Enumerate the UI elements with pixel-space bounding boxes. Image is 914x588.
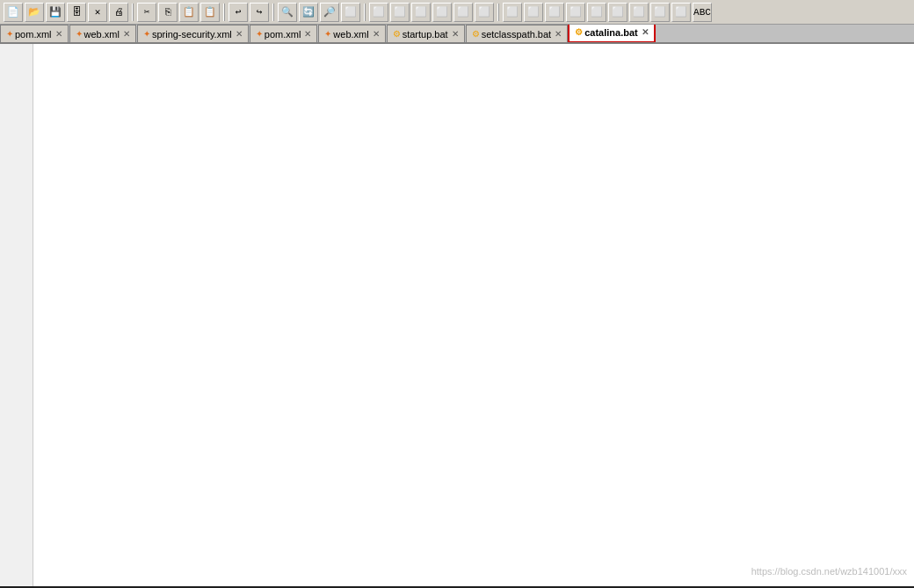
code-area[interactable]: https://blog.csdn.net/wzb141001/xxx [33, 44, 914, 586]
tab-catalina-bat[interactable]: ⚙ catalina.bat ✕ [569, 25, 655, 42]
tab-pom-xml-2[interactable]: ✦ pom.xml ✕ [250, 25, 318, 42]
btn14[interactable]: ⬜ [566, 3, 585, 22]
tab-close-icon[interactable]: ✕ [304, 29, 311, 39]
watermark: https://blog.csdn.net/wzb141001/xxx [751, 563, 907, 579]
sep2 [223, 4, 225, 21]
cut-btn[interactable]: ✂ [137, 3, 156, 22]
btn12[interactable]: ⬜ [524, 3, 543, 22]
find2-btn[interactable]: 🔎 [320, 3, 339, 22]
sep5 [497, 4, 499, 21]
save-btn[interactable]: 💾 [46, 3, 65, 22]
tab-close-icon[interactable]: ✕ [123, 29, 130, 39]
find3-btn[interactable]: ⬜ [341, 3, 360, 22]
btn7[interactable]: ⬜ [411, 3, 431, 22]
new-file-btn[interactable]: 📄 [4, 3, 23, 22]
editor: https://blog.csdn.net/wzb141001/xxx [0, 44, 914, 586]
replace-btn[interactable]: 🔄 [299, 3, 318, 22]
tab-label: pom.xml [15, 29, 52, 40]
tab-label: setclasspath.bat [482, 29, 552, 40]
line-numbers [0, 44, 33, 586]
tab-web-xml-1[interactable]: ✦ web.xml ✕ [69, 25, 136, 42]
tab-close-icon[interactable]: ✕ [236, 29, 243, 39]
find-btn[interactable]: 🔍 [278, 3, 297, 22]
tab-close-icon[interactable]: ✕ [555, 29, 562, 39]
toolbar: 📄 📂 💾 🗄 ✕ 🖨 ✂ ⎘ 📋 📋 ↩ ↪ 🔍 🔄 🔎 ⬜ ⬜ ⬜ ⬜ ⬜ … [0, 0, 914, 25]
tab-label: pom.xml [265, 29, 301, 40]
btn16[interactable]: ⬜ [608, 3, 627, 22]
btn15[interactable]: ⬜ [587, 3, 606, 22]
btn18[interactable]: ⬜ [650, 3, 670, 22]
undo-btn[interactable]: ↩ [228, 3, 248, 22]
btn9[interactable]: ⬜ [453, 3, 473, 22]
tab-close-icon[interactable]: ✕ [642, 27, 649, 37]
tab-bar: ✦ pom.xml ✕ ✦ web.xml ✕ ✦ spring-securit… [0, 25, 914, 44]
tab-close-icon[interactable]: ✕ [55, 29, 62, 39]
btn6[interactable]: ⬜ [390, 3, 410, 22]
paste-btn[interactable]: 📋 [179, 3, 199, 22]
paste2-btn[interactable]: 📋 [200, 3, 220, 22]
tab-close-icon[interactable]: ✕ [452, 29, 459, 39]
close-btn[interactable]: ✕ [88, 3, 107, 22]
tab-label: spring-security.xml [152, 29, 232, 40]
tab-web-xml-2[interactable]: ✦ web.xml ✕ [318, 25, 385, 42]
btn5[interactable]: ⬜ [369, 3, 388, 22]
sep3 [272, 4, 274, 21]
save-all-btn[interactable]: 🗄 [67, 3, 86, 22]
open-btn[interactable]: 📂 [25, 3, 44, 22]
btn10[interactable]: ⬜ [475, 3, 494, 22]
redo-btn[interactable]: ↪ [250, 3, 269, 22]
copy-btn[interactable]: ⎘ [158, 3, 178, 22]
btn13[interactable]: ⬜ [545, 3, 564, 22]
btn17[interactable]: ⬜ [629, 3, 649, 22]
tab-label: startup.bat [403, 29, 448, 40]
tab-spring-security[interactable]: ✦ spring-security.xml ✕ [137, 25, 249, 42]
print-btn[interactable]: 🖨 [109, 3, 128, 22]
tab-label: web.xml [84, 29, 120, 40]
btn8[interactable]: ⬜ [432, 3, 452, 22]
tab-startup-bat[interactable]: ⚙ startup.bat ✕ [387, 25, 465, 42]
btn11[interactable]: ⬜ [503, 3, 522, 22]
tab-close-icon[interactable]: ✕ [373, 29, 380, 39]
btn20[interactable]: ABC [693, 3, 712, 22]
tab-label: web.xml [333, 29, 368, 40]
tab-pom-xml-1[interactable]: ✦ pom.xml ✕ [0, 25, 69, 42]
btn19[interactable]: ⬜ [671, 3, 691, 22]
sep4 [364, 4, 366, 21]
sep1 [132, 4, 134, 21]
tab-label: catalina.bat [584, 27, 638, 38]
tab-setclasspath-bat[interactable]: ⚙ setclasspath.bat ✕ [466, 25, 569, 42]
